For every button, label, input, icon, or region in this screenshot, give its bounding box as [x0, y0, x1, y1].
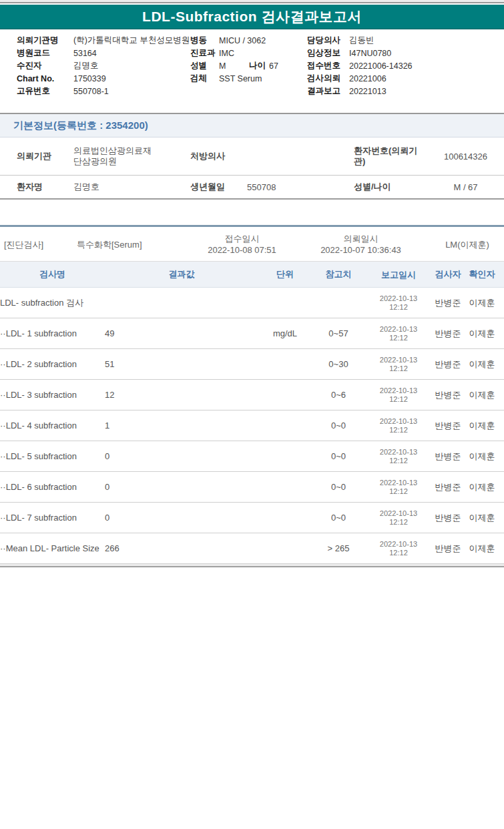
report-date: 2022-10-13: [365, 509, 432, 518]
tester-cell: 반병준: [432, 451, 464, 463]
field-label: 성별: [190, 60, 219, 71]
col-header-test-name: 검사명: [0, 268, 105, 280]
birthdate-value: 550708: [247, 182, 354, 192]
patient-info-row: 의뢰기관명 (학)가톨릭대학교 부천성모병원: [17, 34, 190, 47]
field-value: IMC: [219, 49, 249, 58]
tester-cell: 반병준: [432, 358, 464, 370]
field-label: 고유번호: [17, 85, 73, 97]
patient-info-row: Chart No. 1750339: [17, 72, 190, 85]
confirmer-cell: 이제훈: [464, 543, 500, 555]
requesting-org-label: 의뢰기관: [17, 150, 73, 162]
result-value-cell: 0: [105, 513, 258, 523]
receipt-datetime: 접수일시 2022-10-08 07:51: [194, 227, 290, 262]
reference-range-cell: 0~57: [312, 328, 365, 338]
test-name-cell: ··LDL- 6 subfraction: [0, 482, 105, 492]
prescribing-doctor-label: 처방의사: [190, 150, 247, 162]
table-row: ··LDL- 5 subfraction 0 0~0 2022-10-13 12…: [0, 441, 504, 472]
field-value: 김명호: [73, 60, 190, 71]
patient-info-row: 병원코드 53164: [17, 47, 190, 59]
patient-info-row: 임상정보 I47NU0780: [307, 47, 501, 59]
result-value-cell: 1: [105, 421, 258, 431]
basic-info-title: 기본정보(등록번호 : 2354200): [13, 119, 148, 132]
field-value: 김동빈: [349, 35, 374, 46]
tester-cell: 반병준: [432, 481, 464, 493]
col-header-tester: 검사자: [432, 268, 464, 280]
report-date: 2022-10-13: [365, 386, 432, 395]
field-value: 20221006: [349, 74, 387, 83]
patient-info-row: 검사의뢰 20221006: [307, 72, 501, 85]
report-time: 12:12: [365, 457, 432, 465]
field-label: 검체: [190, 73, 219, 84]
reference-range-cell: > 265: [312, 543, 365, 553]
tester-cell: 반병준: [432, 512, 464, 524]
report-date: 2022-10-13: [365, 417, 432, 426]
top-strip: [0, 0, 504, 3]
report-date: 2022-10-13: [365, 325, 432, 334]
request-time: 2022-10-07 10:36:43: [306, 244, 416, 256]
report-datetime-cell: 2022-10-13 12:12: [365, 386, 432, 404]
report-datetime-cell: 2022-10-13 12:12: [365, 479, 432, 496]
request-label: 의뢰일시: [306, 233, 416, 244]
table-row: ··LDL- 1 subfraction 49 mg/dL 0~57 2022-…: [0, 318, 504, 349]
patient-info-row: 진료과 IMC: [190, 47, 307, 59]
title-bar: LDL-Subfraction 검사결과보고서: [0, 5, 504, 29]
table-row: ··LDL- 4 subfraction 1 0~0 2022-10-13 12…: [0, 410, 504, 441]
receipt-label: 접수일시: [194, 233, 290, 244]
page-title: LDL-Subfraction 검사결과보고서: [142, 7, 362, 26]
field-value: 20221006-14326: [349, 61, 413, 71]
test-name-cell: ··LDL- 3 subfraction: [0, 390, 105, 400]
patient-info-col-3: 담당의사 김동빈 임상정보 I47NU0780 접수번호 20221006-14…: [307, 34, 501, 97]
tester-cell: 반병준: [432, 328, 464, 340]
field-label: 진료과: [190, 47, 219, 59]
table-row: LDL- subfraction 검사 2022-10-13 12:12 반병준…: [0, 288, 504, 318]
report-datetime-cell: 2022-10-13 12:12: [365, 509, 432, 527]
report-time: 12:12: [365, 364, 432, 373]
confirmer-cell: 이제훈: [464, 451, 500, 463]
results-table-header: 검사명 결과값 단위 참고치 보고일시 검사자 확인자: [0, 262, 504, 288]
col-header-confirmer: 확인자: [464, 268, 500, 280]
field-value: SST Serum: [219, 74, 262, 83]
report-time: 12:12: [365, 549, 432, 557]
test-name-cell: ··LDL- 5 subfraction: [0, 451, 105, 461]
receipt-time: 2022-10-08 07:51: [194, 244, 290, 256]
confirmer-cell: 이제훈: [464, 389, 500, 401]
tester-cell: 반병준: [432, 297, 464, 309]
report-date: 2022-10-13: [365, 479, 432, 487]
field-label: 담당의사: [307, 35, 349, 46]
report-date: 2022-10-13: [365, 540, 432, 549]
field-value-secondary: 67: [269, 61, 278, 71]
report-datetime-cell: 2022-10-13 12:12: [365, 294, 432, 312]
test-name-cell: ··LDL- 7 subfraction: [0, 513, 105, 523]
reference-range-cell: 0~0: [312, 421, 365, 431]
field-label: 결과보고: [307, 85, 349, 97]
basic-info-section: 기본정보(등록번호 : 2354200) 의뢰기관 의료법인삼광의료재단삼광의원…: [0, 113, 504, 200]
basic-info-header: 기본정보(등록번호 : 2354200): [0, 114, 504, 137]
patient-info-row: 검체 SST Serum: [190, 72, 307, 85]
test-category-label: 특수화학[Serum]: [77, 227, 142, 262]
report-time: 12:12: [365, 518, 432, 527]
request-datetime: 의뢰일시 2022-10-07 10:36:43: [306, 227, 416, 262]
report-datetime-cell: 2022-10-13 12:12: [365, 448, 432, 465]
tester-cell: 반병준: [432, 420, 464, 432]
col-header-result: 결과값: [105, 268, 258, 280]
table-row: ··Mean LDL- Particle Size 266 > 265 2022…: [0, 533, 504, 564]
patient-name-value: 김명호: [73, 182, 190, 192]
result-value-cell: 51: [105, 359, 258, 369]
patient-info-col-1: 의뢰기관명 (학)가톨릭대학교 부천성모병원 병원코드 53164 수진자 김명…: [17, 34, 190, 97]
col-header-report-datetime: 보고일시: [365, 270, 432, 279]
field-value: 53164: [73, 49, 190, 58]
field-label: 병동: [190, 35, 219, 46]
field-label: 접수번호: [307, 60, 349, 71]
table-footer-strip: [0, 564, 504, 567]
diagnostic-summary-row: [진단검사] 특수화학[Serum] 접수일시 2022-10-08 07:51…: [0, 227, 504, 262]
report-time: 12:12: [365, 303, 432, 312]
confirmer-cell: 이제훈: [464, 481, 500, 493]
confirmer-cell: 이제훈: [464, 297, 500, 309]
result-value-cell: 266: [105, 543, 258, 553]
report-datetime-cell: 2022-10-13 12:12: [365, 417, 432, 435]
sex-age-value: M / 67: [427, 182, 504, 192]
report-date: 2022-10-13: [365, 356, 432, 364]
confirmer-cell: 이제훈: [464, 358, 500, 370]
requesting-org-value: 의료법인삼광의료재단삼광의원: [73, 146, 190, 167]
reference-range-cell: 0~0: [312, 451, 365, 461]
